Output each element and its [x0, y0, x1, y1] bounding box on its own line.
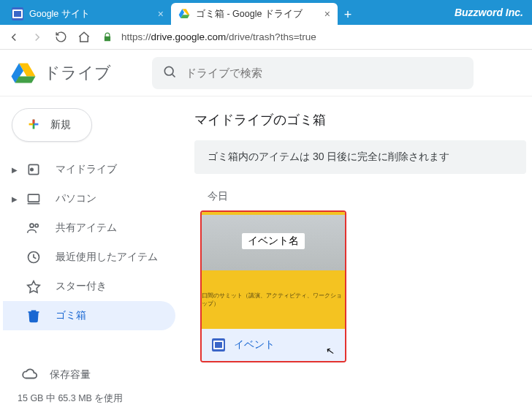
sidebar: 新規 ▶ マイドライブ ▶ パソコン 共有アイテム 最近使用したアイテム スター…: [0, 96, 181, 418]
lock-icon: [99, 29, 115, 45]
browser-tab-active[interactable]: ゴミ箱 - Google ドライブ ×: [171, 3, 338, 25]
thumbnail-title: イベント名: [242, 233, 305, 249]
drive-favicon-icon: [178, 8, 190, 20]
sidebar-item-trash[interactable]: ゴミ箱: [3, 301, 175, 330]
svg-point-13: [31, 168, 33, 170]
browser-nav-bar: https://drive.google.com/drive/trash?ths…: [0, 25, 532, 50]
trash-info-banner: ゴミ箱内のアイテムは 30 日後に完全に削除されます: [194, 140, 526, 174]
file-name: イベント: [234, 338, 275, 352]
thumbnail-sub: 日間のサミット（講演、アクティビティ、ワークショップ）: [202, 292, 345, 308]
sites-file-icon: [212, 338, 225, 352]
storage-usage-text: 15 GB 中 65.3 MB を使用: [3, 390, 175, 405]
svg-rect-14: [28, 194, 39, 202]
file-card[interactable]: イベント名 日間のサミット（講演、アクティビティ、ワークショップ） イベント ↖: [200, 210, 346, 362]
star-icon: [25, 278, 42, 295]
app-header: ドライブ: [0, 50, 532, 96]
new-button-label: 新規: [50, 118, 71, 132]
section-today: 今日: [208, 190, 529, 203]
sidebar-item-label: 共有アイテム: [56, 221, 117, 235]
svg-point-16: [30, 224, 34, 227]
cursor-icon: ↖: [325, 344, 336, 357]
drive-logo[interactable]: ドライブ: [10, 60, 111, 86]
app-body: 新規 ▶ マイドライブ ▶ パソコン 共有アイテム 最近使用したアイテム スター…: [0, 96, 532, 418]
window-brand: Buzzword Inc.: [455, 7, 523, 18]
reload-icon[interactable]: [53, 29, 69, 45]
browser-tab-title: Google サイト: [29, 8, 90, 20]
sidebar-item-recent[interactable]: 最近使用したアイテム: [3, 243, 175, 272]
sidebar-item-label: パソコン: [56, 192, 96, 205]
page-title: マイドライブのゴミ箱: [194, 111, 529, 129]
clock-icon: [25, 248, 42, 266]
file-card-footer: イベント: [202, 329, 345, 361]
sidebar-item-label: 最近使用したアイテム: [56, 251, 158, 264]
drive-logo-icon: [10, 60, 37, 86]
product-name: ドライブ: [44, 62, 111, 84]
svg-line-7: [172, 75, 175, 77]
search-input[interactable]: [186, 66, 463, 79]
cloud-icon: [22, 366, 38, 384]
chevron-right-icon[interactable]: ▶: [9, 195, 20, 203]
sidebar-item-shared[interactable]: 共有アイテム: [3, 213, 175, 243]
sidebar-item-computers[interactable]: ▶ パソコン: [3, 184, 175, 213]
svg-point-6: [164, 66, 173, 75]
close-tab-icon[interactable]: ×: [324, 8, 330, 20]
storage-label: 保存容量: [50, 368, 91, 381]
file-thumbnail-top: イベント名: [202, 212, 345, 270]
main-content: マイドライブのゴミ箱 ゴミ箱内のアイテムは 30 日後に完全に削除されます 今日…: [181, 96, 532, 418]
forward-icon[interactable]: [29, 29, 45, 45]
sidebar-item-label: スター付き: [56, 280, 107, 293]
sidebar-item-label: ゴミ箱: [56, 309, 86, 322]
address-bar[interactable]: https://drive.google.com/drive/trash?ths…: [99, 29, 526, 45]
svg-marker-19: [28, 281, 40, 293]
search-icon: [162, 64, 177, 81]
mydrive-icon: [25, 161, 42, 178]
sidebar-item-storage[interactable]: 保存容量: [3, 360, 175, 390]
people-icon: [25, 219, 42, 237]
trash-icon: [25, 307, 42, 324]
new-tab-button[interactable]: +: [338, 4, 358, 25]
svg-point-17: [35, 224, 38, 227]
back-icon[interactable]: [6, 29, 22, 45]
search-box[interactable]: [152, 57, 474, 89]
sidebar-item-starred[interactable]: スター付き: [3, 272, 175, 301]
storage-block: 保存容量 15 GB 中 65.3 MB を使用: [3, 354, 175, 411]
browser-tab[interactable]: Google サイト ×: [4, 3, 171, 25]
browser-tab-strip: Google サイト × ゴミ箱 - Google ドライブ × + Buzzw…: [0, 0, 532, 25]
computer-icon: [25, 190, 42, 208]
file-thumbnail-mid: 日間のサミット（講演、アクティビティ、ワークショップ）: [202, 270, 345, 329]
sidebar-item-label: マイドライブ: [56, 163, 117, 176]
new-button[interactable]: 新規: [12, 108, 92, 142]
chevron-right-icon[interactable]: ▶: [9, 166, 20, 174]
sidebar-item-mydrive[interactable]: ▶ マイドライブ: [3, 155, 175, 184]
browser-tab-title: ゴミ箱 - Google ドライブ: [196, 8, 303, 20]
sites-favicon-icon: [12, 8, 23, 20]
home-icon[interactable]: [76, 29, 92, 45]
plus-icon: [26, 116, 42, 134]
close-tab-icon[interactable]: ×: [158, 8, 164, 20]
url-text: https://drive.google.com/drive/trash?ths…: [121, 31, 316, 42]
